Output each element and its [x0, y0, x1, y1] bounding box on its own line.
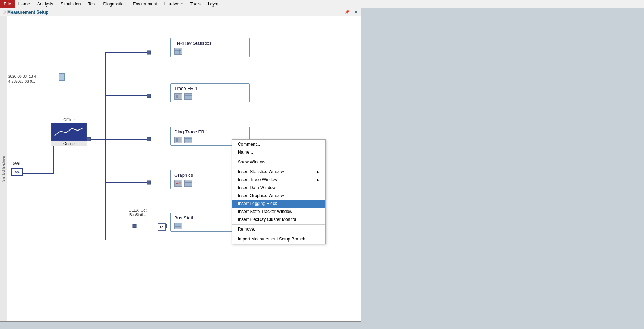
- close-button[interactable]: ✕: [353, 10, 359, 14]
- menu-layout[interactable]: Layout: [204, 0, 224, 8]
- ctx-insert-trace[interactable]: Insert Trace Window ▶: [232, 176, 325, 184]
- window-controls: 📌 ✕: [343, 10, 359, 14]
- flexray-statistics-title: FlexRay Statistics: [174, 40, 246, 46]
- ctx-name[interactable]: Name...: [232, 148, 325, 156]
- diag-trace-fr1-title: Diag Trace FR 1: [174, 129, 246, 134]
- node-trace-fr1[interactable]: Trace FR 1: [170, 83, 250, 102]
- svg-rect-26: [185, 137, 192, 142]
- ctx-insert-state[interactable]: Insert State Tracker Window: [232, 208, 325, 215]
- geea-label: GEEA_Get BusStati...: [129, 208, 146, 217]
- menu-simulation[interactable]: Simulation: [57, 0, 84, 8]
- svg-rect-29: [185, 181, 192, 186]
- menu-home[interactable]: Home: [15, 0, 34, 8]
- svg-rect-13: [87, 137, 91, 141]
- stats-arrow-icon: ▶: [317, 170, 319, 174]
- date-document-icon: [59, 73, 65, 81]
- ctx-sep1: [232, 157, 325, 157]
- ctx-remove[interactable]: Remove...: [232, 225, 325, 233]
- graphics-icon-2: [184, 180, 192, 187]
- window-icon: ⊞: [3, 10, 6, 14]
- window-title-bar: ⊞ Measurement Setup 📌 ✕: [0, 8, 361, 16]
- canvas-area: Symbol Explorer: [0, 16, 361, 321]
- measurement-setup-window: ⊞ Measurement Setup 📌 ✕ Symbol Explorer: [0, 8, 361, 322]
- svg-rect-12: [147, 181, 151, 184]
- trace-icon-2: [184, 93, 192, 100]
- symbol-explorer-sidebar[interactable]: Symbol Explorer: [0, 16, 7, 321]
- menu-hardware[interactable]: Hardware: [161, 0, 187, 8]
- svg-rect-21: [176, 95, 178, 98]
- svg-rect-22: [185, 94, 192, 99]
- ctx-sep2: [232, 167, 325, 167]
- arrow-button[interactable]: >>: [11, 168, 23, 176]
- ctx-insert-data[interactable]: Insert Data Window: [232, 184, 325, 192]
- trace-fr1-title: Trace FR 1: [174, 86, 246, 91]
- flexray-statistics-icons: [174, 48, 246, 55]
- svg-rect-16: [175, 49, 181, 54]
- ctx-insert-flexray[interactable]: Insert FlexRay Cluster Monitor: [232, 215, 325, 223]
- menu-test[interactable]: Test: [84, 0, 99, 8]
- ctx-insert-logging[interactable]: Insert Logging Block: [232, 200, 325, 208]
- svg-rect-11: [147, 137, 151, 141]
- graphics-icon-1: [174, 180, 182, 187]
- ctx-comment[interactable]: Comment...: [232, 140, 325, 148]
- svg-rect-25: [176, 138, 178, 142]
- svg-rect-31: [175, 223, 181, 228]
- svg-rect-10: [147, 94, 151, 98]
- window-title: Measurement Setup: [7, 10, 343, 15]
- right-panel: [361, 8, 644, 329]
- ctx-show-window[interactable]: Show Window: [232, 158, 325, 166]
- svg-rect-9: [147, 51, 151, 54]
- date-label: 2020-06-03_13-4 4-232020-06-0...: [8, 74, 36, 84]
- table-icon: [174, 48, 182, 55]
- pin-button[interactable]: 📌: [343, 10, 351, 14]
- menu-analysis[interactable]: Analysis: [34, 0, 57, 8]
- trace-icon-1: [174, 93, 182, 100]
- mode-block: Offline Online: [51, 118, 87, 146]
- trace-fr1-icons: [174, 93, 246, 100]
- menu-diagnostics[interactable]: Diagnostics: [99, 0, 129, 8]
- ctx-insert-graphics[interactable]: Insert Graphics Window: [232, 192, 325, 200]
- context-menu: Comment... Name... Show Window Insert St…: [232, 139, 326, 244]
- menu-bar: File Home Analysis Simulation Test Diagn…: [0, 0, 644, 8]
- symbol-explorer-label: Symbol Explorer: [1, 155, 5, 182]
- p-node: P: [158, 223, 166, 231]
- trace-arrow-icon: ▶: [317, 178, 319, 182]
- ctx-import-branch[interactable]: Import Measurement Setup Branch ...: [232, 235, 325, 243]
- ctx-sep3: [232, 224, 325, 225]
- menu-file[interactable]: File: [0, 0, 15, 8]
- diag-icon-2: [184, 137, 192, 143]
- svg-rect-14: [133, 224, 136, 228]
- diag-icon-1: [174, 137, 182, 143]
- node-flexray-statistics[interactable]: FlexRay Statistics: [170, 38, 250, 57]
- offline-label: Offline: [51, 118, 87, 122]
- ctx-insert-stats[interactable]: Insert Statistics Window ▶: [232, 168, 325, 176]
- menu-tools[interactable]: Tools: [187, 0, 204, 8]
- menu-environment[interactable]: Environment: [129, 0, 160, 8]
- bus-icon: [174, 223, 182, 229]
- online-label: Online: [51, 141, 87, 146]
- ctx-sep4: [232, 234, 325, 234]
- real-label: Real: [11, 161, 20, 166]
